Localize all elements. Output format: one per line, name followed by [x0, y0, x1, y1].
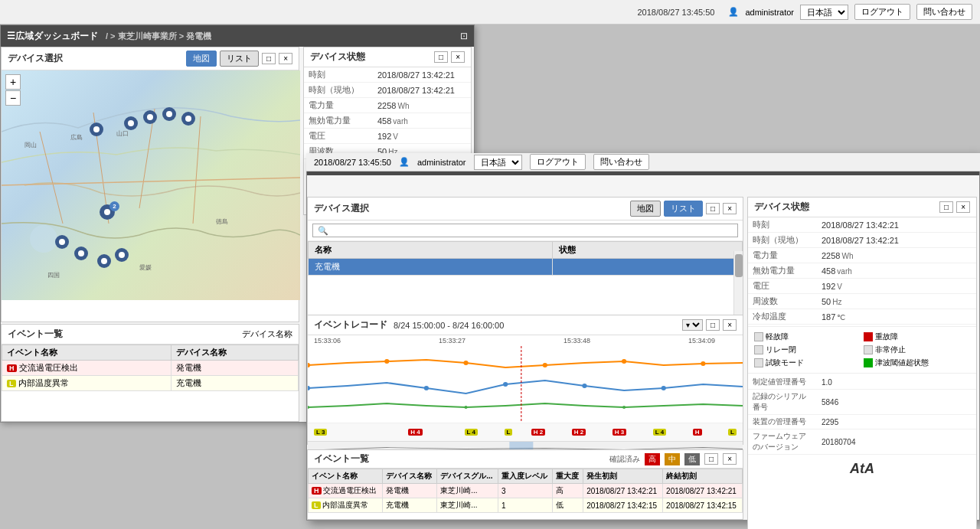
- restore-device-select-w2[interactable]: □: [706, 203, 720, 214]
- w2-logout-btn[interactable]: ログアウト: [530, 154, 586, 170]
- tab-map-w2[interactable]: 地図: [630, 201, 661, 217]
- map-marker-9-w1[interactable]: [97, 254, 116, 276]
- status-legend-w2: 軽故障 重故障 リレー閉 非常停止 試験モード: [748, 328, 976, 371]
- event-row-2-w2[interactable]: L 内部温度異常 充電機 東芝川崎... 1 低 2018/08/27 13:4…: [309, 498, 743, 513]
- status-val-voltage: 192V: [373, 129, 471, 144]
- event-table-w2: イベント名称 デバイス名称 デバイスグル... 重入度レベル 重大度 発生初刻 …: [308, 469, 743, 513]
- close-device-select-w2[interactable]: ×: [723, 203, 737, 214]
- map-marker-10-w1[interactable]: [115, 248, 133, 269]
- status-val-reactive-w2: 458varh: [817, 263, 976, 279]
- status-label-power-w2: 電力量: [748, 248, 817, 263]
- w2-header-timestamp: 2018/08/27 13:45:50: [314, 158, 391, 167]
- svg-point-15: [503, 382, 508, 387]
- window2: ☰ 広域ダッシュボード / > 東芝川崎事業所 > 発電機 ⊡ デバイス選択 地…: [306, 153, 980, 521]
- map-area-w1[interactable]: 岡山 広島 山口 四国 愛媛 徳島 + −: [2, 70, 300, 300]
- status-label-local-w2: 時刻（現地）: [748, 233, 817, 248]
- restore-device-status-w2[interactable]: □: [939, 201, 953, 213]
- map-marker-8-w1[interactable]: [74, 247, 93, 268]
- status-row-power-w2: 電力量 2258Wh: [748, 248, 976, 263]
- col-group-w2: デバイスグル...: [437, 469, 498, 484]
- device-list-table-w2: 名称 状態 充電機: [308, 241, 743, 276]
- device-select-panel-w1: デバイス選択 地図 リスト □ ×: [1, 47, 299, 322]
- event-2-name: L 内部温度異常: [309, 498, 383, 513]
- status-row-voltage: 電圧 192V: [304, 129, 471, 144]
- restore-device-status-w1[interactable]: □: [434, 51, 448, 63]
- map-marker-6-w1[interactable]: 2: [100, 204, 118, 226]
- map-marker-7-w1[interactable]: [55, 235, 74, 256]
- logout-btn[interactable]: ログアウト: [854, 4, 910, 20]
- marker-H2-1: H 2: [531, 429, 545, 436]
- event-row-1-w2[interactable]: H 交流過電圧検出 発電機 東芝川崎... 3 高 2018/08/27 13:…: [309, 484, 743, 498]
- zoom-out-btn-w1[interactable]: −: [5, 90, 21, 106]
- priority-mid-btn[interactable]: 中: [665, 453, 680, 465]
- priority-high-btn[interactable]: 高: [645, 453, 660, 465]
- w2-language-select[interactable]: 日本語: [474, 155, 522, 170]
- list-row-1-status: [552, 259, 742, 276]
- map-roads-svg: 岡山 広島 山口 四国 愛媛 徳島: [2, 70, 300, 300]
- map-marker-4-w1[interactable]: [162, 107, 181, 129]
- info-row-firmware: ファームウェアのバージョン 20180704: [748, 429, 976, 455]
- col-severity-w2: 重大度: [553, 469, 583, 484]
- info-row-management-num: 制定値管理番号 1.0: [748, 375, 976, 390]
- event-1-start: 2018/08/27 13:42:21: [583, 484, 663, 498]
- map-marker-3-w1[interactable]: [143, 110, 162, 132]
- event-row-1-device: 発電機: [172, 361, 299, 376]
- priority-low-btn[interactable]: 低: [684, 453, 700, 465]
- w2-contact-btn[interactable]: 問い合わせ: [593, 154, 649, 170]
- info-label-device-mgmt: 装置の管理番号: [748, 415, 817, 429]
- event-table-w1: イベント名称 デバイス名称 H 交流過電圧検出 発電機 L 内部温度異常: [2, 345, 299, 391]
- status-row-reactive-power: 無効電力量 458varh: [304, 113, 471, 129]
- event-record-timerange: 8/24 15:00:00 - 8/24 16:00:00: [394, 321, 504, 330]
- search-row-w2: [308, 220, 743, 241]
- event-row-2-event: L 内部温度異常: [2, 376, 172, 391]
- status-val-time: 2018/08/27 13:42:21: [373, 67, 471, 83]
- close-event-record[interactable]: ×: [723, 319, 737, 331]
- tab-map-w1[interactable]: 地図: [186, 51, 217, 67]
- event-row-2-w1[interactable]: L 内部温度異常 充電機: [2, 376, 299, 391]
- event-markers-row: L 3 H 4 L 4 L H 2 H 2 H 3 L 4 H L: [308, 423, 743, 441]
- event-record-dropdown[interactable]: ▾: [682, 319, 703, 331]
- map-marker-2-w1[interactable]: [124, 116, 142, 138]
- status-val-time-w2: 2018/08/27 13:42:21: [817, 217, 976, 233]
- legend-emergency-stop: 非常停止: [864, 345, 971, 355]
- restore-device-select-w1[interactable]: □: [262, 53, 276, 64]
- event-1-input-level: 3: [498, 484, 552, 498]
- contact-btn[interactable]: 問い合わせ: [916, 4, 972, 20]
- time-label-2: 15:33:27: [439, 337, 466, 345]
- restore-event-record[interactable]: □: [706, 319, 720, 331]
- status-label-time: 時刻: [304, 67, 373, 83]
- zoom-in-btn-w1[interactable]: +: [5, 74, 21, 90]
- info-table-w2: 制定値管理番号 1.0 記録のシリアル番号 5846 装置の管理番号 2295 …: [748, 375, 976, 455]
- list-row-1-w2[interactable]: 充電機: [309, 259, 743, 276]
- map-marker-1-w1[interactable]: [90, 122, 108, 144]
- event-2-device: 充電機: [383, 498, 437, 513]
- map-marker-5-w1[interactable]: [181, 112, 200, 133]
- close-device-select-w1[interactable]: ×: [279, 53, 292, 64]
- scrollbar-thumb-w2[interactable]: [735, 254, 743, 277]
- restore-event-list-w2[interactable]: □: [704, 453, 718, 465]
- device-select-header-w2: デバイス選択 地図 リスト □ ×: [308, 198, 743, 220]
- divider-1-w2: [748, 326, 976, 327]
- list-col-status: 状態: [552, 242, 742, 259]
- close-event-list-w2[interactable]: ×: [723, 453, 737, 465]
- event-row-1-w1[interactable]: H 交流過電圧検出 発電機: [2, 361, 299, 376]
- tab-list-w2[interactable]: リスト: [664, 201, 703, 217]
- tab-list-w1[interactable]: リスト: [220, 51, 259, 67]
- legend-tsunami: 津波閾値超状態: [864, 358, 971, 368]
- status-row-reactive-w2: 無効電力量 458varh: [748, 263, 976, 279]
- language-select[interactable]: 日本語: [800, 5, 848, 20]
- legend-emergency-icon: [864, 345, 873, 354]
- event-2-severity: 低: [553, 498, 583, 513]
- window1-titlebar: ☰ 広域ダッシュボード / > 東芝川崎事業所 > 発電機 ⊡: [1, 25, 474, 47]
- close-device-status-w1[interactable]: ×: [451, 51, 465, 63]
- legend-light-fault: 軽故障: [754, 331, 861, 342]
- svg-point-9: [463, 361, 468, 365]
- close-device-status-w2[interactable]: ×: [956, 201, 970, 213]
- svg-point-7: [308, 363, 310, 367]
- search-input-w2[interactable]: [312, 224, 738, 237]
- global-timestamp: 2018/08/27 13:45:50: [637, 8, 714, 17]
- window1-restore-btn[interactable]: ⊡: [460, 31, 468, 41]
- marker-H3: H 3: [612, 429, 626, 436]
- menu-icon[interactable]: ☰: [7, 31, 15, 41]
- ata-label: AtA: [748, 455, 976, 483]
